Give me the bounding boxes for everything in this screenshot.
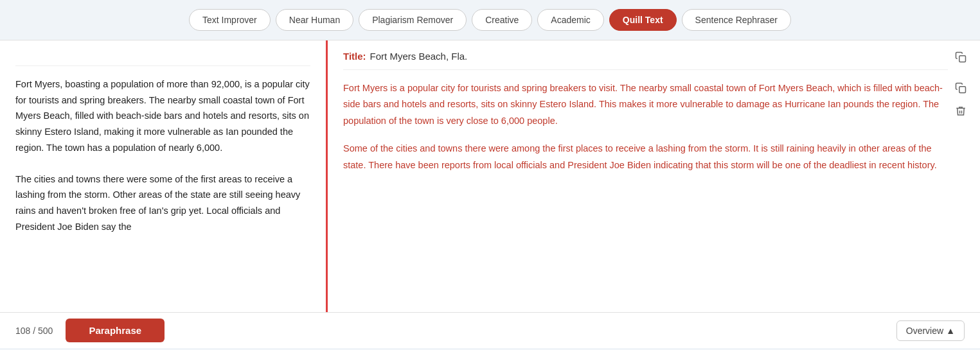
tab-plagiarism-remover[interactable]: Plagiarism Remover [359, 9, 467, 31]
svg-rect-1 [959, 87, 966, 93]
tab-academic[interactable]: Academic [537, 9, 603, 31]
word-count: 108 / 500 [15, 326, 53, 336]
chevron-up-icon: ▲ [946, 326, 955, 336]
left-paragraph-2: The cities and towns there were some of … [15, 171, 310, 235]
tab-text-improver[interactable]: Text Improver [189, 9, 271, 31]
tab-near-human[interactable]: Near Human [276, 9, 353, 31]
current-word-count: 108 [15, 326, 30, 336]
paraphrase-button[interactable]: Paraphrase [66, 319, 165, 342]
title-label: Title: [343, 51, 366, 62]
title-value: Fort Myers Beach, Fla. [370, 51, 468, 62]
right-title-bar: Title: Fort Myers Beach, Fla. [343, 51, 948, 70]
top-nav: Text Improver Near Human Plagiarism Remo… [0, 0, 980, 40]
word-limit: 500 [38, 326, 53, 336]
title-icon-group [952, 48, 970, 66]
left-top-bar [15, 53, 310, 66]
copy-content-icon[interactable] [952, 79, 970, 97]
tab-sentence-rephraser[interactable]: Sentence Rephraser [682, 9, 791, 31]
overview-button[interactable]: Overview ▲ [896, 320, 965, 341]
main-area: Fort Myers, boasting a population of mor… [0, 40, 980, 312]
bottom-bar: 108 / 500 Paraphrase Overview ▲ [0, 312, 980, 348]
right-paragraph-1: Fort Myers is a popular city for tourist… [343, 80, 948, 129]
overview-label: Overview [906, 326, 943, 336]
copy-icon[interactable] [952, 48, 970, 66]
right-content: Fort Myers is a popular city for tourist… [343, 80, 948, 173]
left-panel: Fort Myers, boasting a population of mor… [0, 40, 328, 312]
word-count-separator: / [33, 326, 38, 336]
left-paragraph-1: Fort Myers, boasting a population of mor… [15, 76, 310, 155]
delete-icon[interactable] [952, 102, 970, 120]
tab-creative[interactable]: Creative [472, 9, 532, 31]
svg-rect-0 [959, 56, 966, 62]
right-icon-group [952, 79, 970, 120]
tab-quill-text[interactable]: Quill Text [609, 9, 677, 31]
right-panel: Title: Fort Myers Beach, Fla. Fort Myers… [328, 40, 980, 312]
left-text: Fort Myers, boasting a population of mor… [15, 76, 310, 234]
right-paragraph-2: Some of the cities and towns there were … [343, 141, 948, 173]
